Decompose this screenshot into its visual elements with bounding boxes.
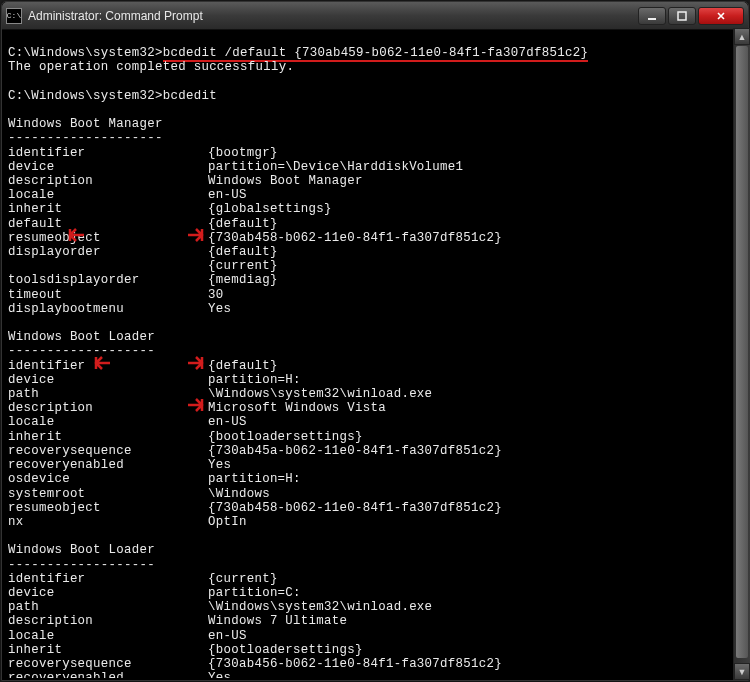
val: partition=C: xyxy=(208,586,301,600)
val: {default} xyxy=(208,245,278,259)
key-recoverysequence: recoverysequence xyxy=(8,444,208,458)
key-displayorder: displayorder xyxy=(8,245,208,259)
key-displaybootmenu: displaybootmenu xyxy=(8,302,208,316)
key-recoveryenabled: recoveryenabled xyxy=(8,458,208,472)
vertical-scrollbar[interactable]: ▲ ▼ xyxy=(733,28,750,680)
key-device: device xyxy=(8,586,208,600)
app-icon: C:\ xyxy=(6,8,22,24)
scroll-down-button[interactable]: ▼ xyxy=(734,663,750,680)
section-separator: ------------------- xyxy=(8,558,155,572)
key-identifier: identifier xyxy=(8,359,208,373)
val: \Windows\system32\winload.exe xyxy=(208,387,432,401)
val: \Windows xyxy=(208,487,270,501)
key-locale: locale xyxy=(8,415,208,429)
val: Yes xyxy=(208,302,231,316)
val: en-US xyxy=(208,415,247,429)
val: OptIn xyxy=(208,515,247,529)
close-button[interactable] xyxy=(698,7,744,25)
val: {current} xyxy=(208,572,278,586)
prompt: C:\Windows\system32> xyxy=(8,46,163,60)
section-heading: Windows Boot Loader xyxy=(8,543,155,557)
command-prompt-window: C:\ Administrator: Command Prompt C:\Win… xyxy=(1,1,749,681)
val: partition=H: xyxy=(208,373,301,387)
key-nx: nx xyxy=(8,515,208,529)
val: {bootmgr} xyxy=(208,146,278,160)
val: {730ab45a-b062-11e0-84f1-fa307df851c2} xyxy=(208,444,502,458)
key-path: path xyxy=(8,600,208,614)
key-recoverysequence: recoverysequence xyxy=(8,657,208,671)
scroll-up-button[interactable]: ▲ xyxy=(734,28,750,45)
key-locale: locale xyxy=(8,629,208,643)
section-heading: Windows Boot Loader xyxy=(8,330,155,344)
val: {730ab456-b062-11e0-84f1-fa307df851c2} xyxy=(208,657,502,671)
val: en-US xyxy=(208,188,247,202)
window-title: Administrator: Command Prompt xyxy=(28,9,638,23)
key-path: path xyxy=(8,387,208,401)
val: {default} xyxy=(208,217,278,231)
scrollbar-thumb[interactable] xyxy=(736,46,748,658)
key-device: device xyxy=(8,160,208,174)
val: Yes xyxy=(208,671,231,678)
key-default: default xyxy=(8,217,208,231)
svg-rect-0 xyxy=(648,18,656,20)
key-description: description xyxy=(8,174,208,188)
key-osdevice: osdevice xyxy=(8,472,208,486)
val: Windows 7 Ultimate xyxy=(208,614,347,628)
val: {default} xyxy=(208,359,278,373)
val: Windows Boot Manager xyxy=(208,174,363,188)
key-description: description xyxy=(8,614,208,628)
val: Microsoft Windows Vista xyxy=(208,401,386,415)
val: {bootloadersettings} xyxy=(208,430,363,444)
section-separator: -------------------- xyxy=(8,131,163,145)
val: en-US xyxy=(208,629,247,643)
val: partition=\Device\HarddiskVolume1 xyxy=(208,160,463,174)
key-resumeobject: resumeobject xyxy=(8,501,208,515)
val: {730ab458-b062-11e0-84f1-fa307df851c2} xyxy=(208,501,502,515)
key-identifier: identifier xyxy=(8,146,208,160)
key-resumeobject: resumeobject xyxy=(8,231,208,245)
output-success: The operation completed successfully. xyxy=(8,60,294,74)
val: {730ab458-b062-11e0-84f1-fa307df851c2} xyxy=(208,231,502,245)
val: {memdiag} xyxy=(208,273,278,287)
val: {current} xyxy=(208,259,278,273)
val: {globalsettings} xyxy=(208,202,332,216)
key-recoveryenabled: recoveryenabled xyxy=(8,671,208,678)
key-systemroot: systemroot xyxy=(8,487,208,501)
key-inherit: inherit xyxy=(8,430,208,444)
key-toolsdisplayorder: toolsdisplayorder xyxy=(8,273,208,287)
command-bcdedit: bcdedit xyxy=(163,89,217,103)
key-locale: locale xyxy=(8,188,208,202)
console-output[interactable]: C:\Windows\system32>bcdedit /default {73… xyxy=(2,30,748,678)
titlebar[interactable]: C:\ Administrator: Command Prompt xyxy=(2,2,748,30)
val: {bootloadersettings} xyxy=(208,643,363,657)
key-device: device xyxy=(8,373,208,387)
svg-rect-1 xyxy=(678,12,686,20)
minimize-button[interactable] xyxy=(638,7,666,25)
key-description: description xyxy=(8,401,208,415)
val: Yes xyxy=(208,458,231,472)
section-separator: ------------------- xyxy=(8,344,155,358)
maximize-button[interactable] xyxy=(668,7,696,25)
val: \Windows\system32\winload.exe xyxy=(208,600,432,614)
val: 30 xyxy=(208,288,223,302)
key-inherit: inherit xyxy=(8,643,208,657)
key-timeout: timeout xyxy=(8,288,208,302)
key-identifier: identifier xyxy=(8,572,208,586)
val: partition=H: xyxy=(208,472,301,486)
prompt: C:\Windows\system32> xyxy=(8,89,163,103)
section-heading: Windows Boot Manager xyxy=(8,117,163,131)
key-inherit: inherit xyxy=(8,202,208,216)
